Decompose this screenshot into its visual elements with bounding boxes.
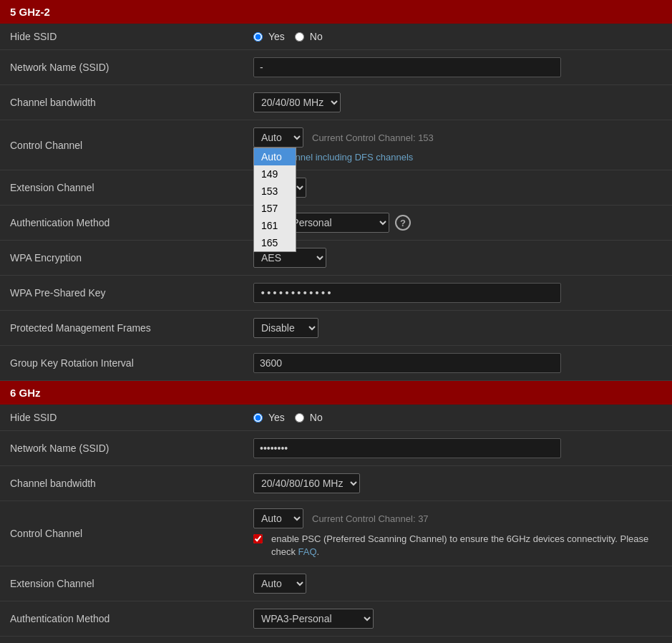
field-label: Authentication Method [0,206,243,241]
field-control [243,346,672,381]
field-control: AutoCurrent Control Channel: 37enable PS… [243,501,672,566]
field-label: Network Name (SSID) [0,50,243,85]
radio-option-label: No [310,412,323,423]
dropdown-item[interactable]: Auto [254,148,296,165]
control-channel-top: AutoCurrent Control Channel: 37 [253,508,662,528]
dropdown-item[interactable]: 157 [254,200,296,217]
field-control [243,431,672,466]
psc-check-row: enable PSC (Preferred Scanning Channel) … [253,533,662,559]
channel-bandwidth-select[interactable]: WPA3-PersonalWPA2-PersonalWPA/WPA2-Perso… [253,609,374,629]
field-label: Channel bandwidth [0,466,243,501]
radio-label-no[interactable]: No [295,31,323,42]
field-control: AutoAboveBelow [243,170,672,206]
field-label: WPA Encryption [0,241,243,276]
dropdown-item[interactable]: 153 [254,183,296,200]
settings-table-6ghz: Hide SSIDYesNoNetwork Name (SSID)Channel… [0,405,672,637]
field-label: Extension Channel [0,170,243,206]
field-control: 20 MHz40 MHz20/40 MHz20/40/80 MHz [243,85,672,120]
psc-checkbox[interactable] [253,534,263,543]
dropdown-item[interactable]: 149 [254,165,296,183]
field-control: YesNo [243,24,672,50]
field-control: AutoAboveBelow [243,566,672,601]
help-icon[interactable]: ? [395,215,411,231]
field-control: AESTKIPAES+TKIP [243,241,672,276]
radio-group: YesNo [253,31,662,42]
field-label: Extension Channel [0,566,243,601]
field-control: YesNo [243,405,672,431]
ssid-input[interactable] [253,438,561,458]
radio-option-label: No [310,31,323,42]
auth-method-row: Open SystemWPA-PersonalWPA2-PersonalWPA3… [253,213,662,233]
field-control [243,276,672,311]
section-header-6ghz: 6 GHz [0,381,672,405]
field-label: Group Key Rotation Interval [0,346,243,381]
field-label: Hide SSID [0,24,243,50]
field-label: Authentication Method [0,601,243,637]
ssid-input[interactable] [253,57,561,77]
channel-bandwidth-select[interactable]: 20 MHz40 MHz80 MHz20/40/80 MHz20/40/80/1… [253,473,360,493]
radio-label-no[interactable]: No [295,412,323,423]
dropdown-item[interactable]: 165 [254,234,296,251]
field-control [243,50,672,85]
channel-bandwidth-select[interactable]: AutoAboveBelow [253,574,306,594]
control-channel-row: Auto149153157161165Auto149153157161165Cu… [253,127,662,163]
faq-link[interactable]: FAQ [298,546,317,557]
radio-no[interactable] [295,32,304,42]
radio-label-yes[interactable]: Yes [253,31,285,42]
psc-description: enable PSC (Preferred Scanning Channel) … [271,533,662,559]
field-label: WPA Pre-Shared Key [0,276,243,311]
radio-yes[interactable] [253,413,263,422]
control-channel-select[interactable]: Auto149153157161165 [253,127,303,148]
radio-option-label: Yes [268,412,285,423]
field-control: DisableEnableRequired [243,311,672,346]
group-key-input[interactable] [253,353,561,373]
field-label: Hide SSID [0,405,243,431]
field-label: Control Channel [0,120,243,170]
field-control: Auto149153157161165Auto149153157161165Cu… [243,120,672,170]
current-channel-6g-text: Current Control Channel: 37 [312,513,429,524]
field-control: 20 MHz40 MHz80 MHz20/40/80 MHz20/40/80/1… [243,466,672,501]
field-label: Protected Management Frames [0,311,243,346]
control-channel-open-list[interactable]: Auto149153157161165 [253,148,296,252]
control-channel-6g-select[interactable]: Auto [253,508,303,528]
radio-no[interactable] [295,413,304,422]
radio-yes[interactable] [253,32,263,42]
channel-bandwidth-select[interactable]: DisableEnableRequired [253,318,318,338]
field-control: WPA3-PersonalWPA2-PersonalWPA/WPA2-Perso… [243,601,672,637]
radio-group: YesNo [253,412,662,423]
dfs-channel-link[interactable]: select channel including DFS channels [253,152,662,163]
field-control: Open SystemWPA-PersonalWPA2-PersonalWPA3… [243,206,672,241]
control-channel-top: Auto149153157161165Auto149153157161165Cu… [253,127,662,148]
section-header-5ghz2: 5 GHz-2 [0,0,672,24]
dropdown-item[interactable]: 161 [254,217,296,234]
channel-bandwidth-select[interactable]: 20 MHz40 MHz20/40 MHz20/40/80 MHz [253,92,341,112]
wpa-key-input[interactable] [253,283,561,303]
field-label: Channel bandwidth [0,85,243,120]
current-channel-text: Current Control Channel: 153 [312,132,434,143]
field-label: Control Channel [0,501,243,566]
radio-option-label: Yes [268,31,285,42]
settings-table-5ghz2: Hide SSIDYesNoNetwork Name (SSID)Channel… [0,24,672,381]
control-channel-dropdown-wrapper: Auto149153157161165Auto149153157161165 [253,127,303,148]
field-label: Network Name (SSID) [0,431,243,466]
radio-label-yes[interactable]: Yes [253,412,285,423]
control-channel-psc-row: AutoCurrent Control Channel: 37enable PS… [253,508,662,559]
